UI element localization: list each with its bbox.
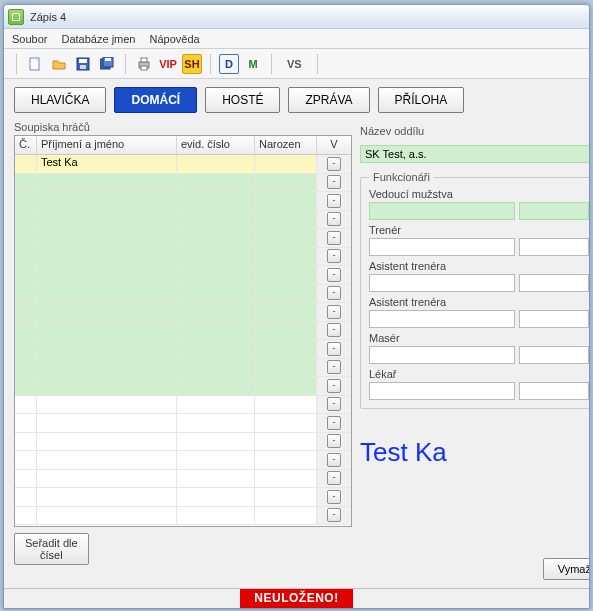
row-action-button[interactable]: - <box>327 434 341 448</box>
official-id-input[interactable] <box>519 346 589 364</box>
row-action-button[interactable]: - <box>327 360 341 374</box>
table-row[interactable]: - <box>15 470 351 489</box>
sort-button[interactable]: Seřadit dlečísel <box>14 533 89 565</box>
tab-away[interactable]: HOSTÉ <box>205 87 280 113</box>
row-action-button[interactable]: - <box>327 305 341 319</box>
col-number[interactable]: Č. <box>15 136 37 154</box>
menubar: Soubor Databáze jmen Nápověda <box>4 29 589 49</box>
table-row[interactable]: - <box>15 174 351 193</box>
row-action-button[interactable]: - <box>327 249 341 263</box>
menu-help[interactable]: Nápověda <box>149 33 199 45</box>
titlebar: Zápis 4 <box>4 5 589 29</box>
table-row[interactable]: Test Ka- <box>15 155 351 174</box>
row-action-button[interactable]: - <box>327 157 341 171</box>
d-button[interactable]: D <box>219 54 239 74</box>
official-name-input[interactable] <box>369 238 515 256</box>
row-action-button[interactable]: - <box>327 397 341 411</box>
official-row: V <box>369 202 589 220</box>
official-name-input[interactable] <box>369 346 515 364</box>
table-row[interactable]: - <box>15 433 351 452</box>
table-row[interactable]: - <box>15 340 351 359</box>
svg-rect-2 <box>79 59 87 63</box>
row-action-button[interactable]: - <box>327 231 341 245</box>
official-label: Lékař <box>369 368 589 380</box>
vs-button[interactable]: VS <box>280 54 309 74</box>
row-action-button[interactable]: - <box>327 471 341 485</box>
row-action-button[interactable]: - <box>327 194 341 208</box>
toolbar: VIP SH D M VS <box>4 49 589 79</box>
official-id-input[interactable] <box>519 382 589 400</box>
menu-database[interactable]: Databáze jmen <box>61 33 135 45</box>
table-row[interactable]: - <box>15 451 351 470</box>
sh-badge-icon[interactable]: SH <box>182 54 202 74</box>
col-evid[interactable]: evid. číslo <box>177 136 255 154</box>
table-row[interactable]: - <box>15 488 351 507</box>
table-row[interactable]: - <box>15 359 351 378</box>
table-row[interactable]: - <box>15 322 351 341</box>
roster-body: Test Ka-------------------- <box>15 155 351 526</box>
m-button[interactable]: M <box>243 54 263 74</box>
official-name-input[interactable] <box>369 202 515 220</box>
official-label: Vedoucí mužstva <box>369 188 589 200</box>
table-row[interactable]: - <box>15 377 351 396</box>
svg-rect-9 <box>141 66 147 70</box>
delete-button[interactable]: Vymaž D. ↖ <box>543 558 589 580</box>
tab-header[interactable]: HLAVIČKA <box>14 87 106 113</box>
app-window: Zápis 4 Soubor Databáze jmen Nápověda VI… <box>3 4 590 609</box>
official-id-input[interactable] <box>519 274 589 292</box>
table-row[interactable]: - <box>15 211 351 230</box>
table-row[interactable]: - <box>15 285 351 304</box>
svg-rect-8 <box>141 58 147 62</box>
content-area: Soupiska hráčů Č. Příjmení a jméno evid.… <box>4 121 589 588</box>
official-name-input[interactable] <box>369 310 515 328</box>
row-action-button[interactable]: - <box>327 323 341 337</box>
row-action-button[interactable]: - <box>327 416 341 430</box>
table-row[interactable]: - <box>15 266 351 285</box>
row-action-button[interactable]: - <box>327 212 341 226</box>
tab-home[interactable]: DOMÁCÍ <box>114 87 197 113</box>
official-name-input[interactable] <box>369 382 515 400</box>
vip-badge-icon[interactable]: VIP <box>158 54 178 74</box>
table-row[interactable]: - <box>15 192 351 211</box>
official-row: V <box>369 346 589 364</box>
separator <box>125 54 126 74</box>
table-row[interactable]: - <box>15 248 351 267</box>
save-icon[interactable] <box>73 54 93 74</box>
row-action-button[interactable]: - <box>327 453 341 467</box>
open-icon[interactable] <box>49 54 69 74</box>
col-born[interactable]: Narozen <box>255 136 317 154</box>
officials-group: Funkcionáři Vedoucí mužstvaVTrenérVAsist… <box>360 177 589 409</box>
row-action-button[interactable]: - <box>327 175 341 189</box>
col-v[interactable]: V <box>317 136 351 154</box>
row-action-button[interactable]: - <box>327 268 341 282</box>
row-action-button[interactable]: - <box>327 379 341 393</box>
official-row: V <box>369 274 589 292</box>
table-row[interactable]: - <box>15 303 351 322</box>
official-label: Asistent trenéra <box>369 296 589 308</box>
svg-rect-3 <box>80 65 86 69</box>
row-action-button[interactable]: - <box>327 490 341 504</box>
official-id-input[interactable] <box>519 238 589 256</box>
official-id-input[interactable] <box>519 310 589 328</box>
table-row[interactable]: - <box>15 507 351 526</box>
official-row: V <box>369 310 589 328</box>
official-name-input[interactable] <box>369 274 515 292</box>
table-row[interactable]: - <box>15 229 351 248</box>
table-row[interactable]: - <box>15 414 351 433</box>
official-row: V <box>369 238 589 256</box>
row-action-button[interactable]: - <box>327 286 341 300</box>
separator <box>271 54 272 74</box>
tab-attachment[interactable]: PŘÍLOHA <box>378 87 465 113</box>
table-row[interactable]: - <box>15 396 351 415</box>
new-icon[interactable] <box>25 54 45 74</box>
col-name[interactable]: Příjmení a jméno <box>37 136 177 154</box>
tab-report[interactable]: ZPRÁVA <box>288 87 369 113</box>
save-copy-icon[interactable] <box>97 54 117 74</box>
official-id-input[interactable] <box>519 202 589 220</box>
club-name-field[interactable]: SK Test, a.s. <box>360 145 589 163</box>
row-action-button[interactable]: - <box>327 342 341 356</box>
menu-file[interactable]: Soubor <box>12 33 47 45</box>
svg-rect-6 <box>105 58 111 61</box>
row-action-button[interactable]: - <box>327 508 341 522</box>
print-icon[interactable] <box>134 54 154 74</box>
